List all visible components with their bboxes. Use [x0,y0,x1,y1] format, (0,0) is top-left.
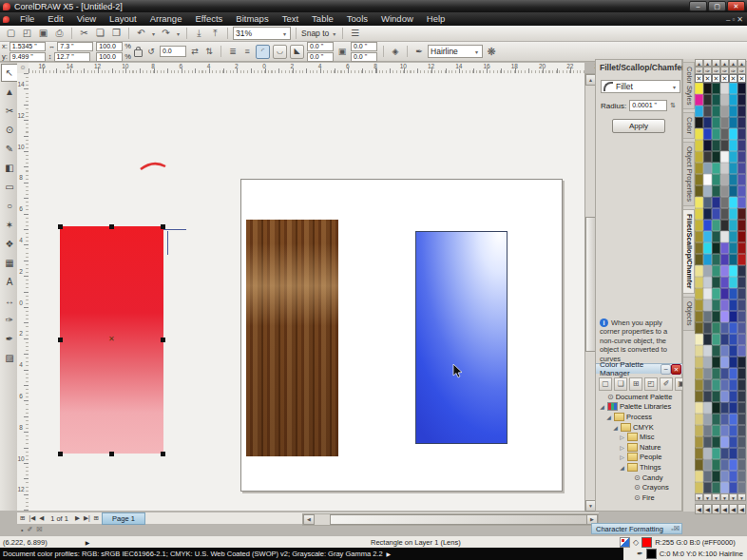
color-swatch[interactable] [695,322,703,334]
guideline-vertical[interactable] [167,231,168,255]
palette-scroll-down-icon[interactable]: ▼ [712,493,720,501]
color-swatch[interactable] [695,402,703,414]
outline-width-select[interactable]: Hairline ▾ [428,45,483,58]
text-tool-icon[interactable]: A [1,273,18,291]
menu-item-view[interactable]: View [70,12,103,26]
color-swatch[interactable] [720,299,729,311]
import-icon[interactable]: ⤓ [192,27,206,40]
corner-style-select[interactable]: Fillet ▾ [601,80,680,93]
palette-scroll-down-icon[interactable]: ▼ [729,493,737,501]
color-swatch[interactable] [720,391,729,402]
color-swatch[interactable] [720,140,729,151]
selection-handle[interactable] [58,338,63,342]
color-swatch[interactable] [703,471,712,482]
color-swatch[interactable] [737,391,746,402]
tree-item-things[interactable]: ◢Things [599,462,680,473]
crop-tool-icon[interactable]: ✂ [1,102,18,120]
menu-item-help[interactable]: Help [420,12,452,26]
color-swatch[interactable] [737,231,746,242]
color-swatch[interactable] [737,414,746,425]
color-swatch[interactable] [729,151,737,163]
color-swatch[interactable] [695,345,703,357]
color-swatch[interactable] [737,322,746,334]
color-swatch[interactable] [729,357,737,368]
color-swatch[interactable] [695,459,703,471]
tree-item-fire[interactable]: ⊙Fire [599,492,680,503]
menu-item-bitmaps[interactable]: Bitmaps [229,12,275,26]
palette-flyout-icon[interactable]: ◀ [720,504,729,514]
color-swatch[interactable] [695,197,703,208]
color-swatch[interactable] [695,482,703,493]
color-swatch[interactable] [737,299,746,311]
color-swatch[interactable] [737,482,746,493]
color-swatch[interactable] [712,83,720,94]
color-swatch[interactable] [695,231,703,242]
color-swatch[interactable] [737,345,746,357]
color-swatch[interactable] [703,197,712,208]
color-swatch[interactable] [737,151,746,163]
dimension-tool-icon[interactable]: ↔ [1,292,18,310]
color-swatch[interactable] [729,334,737,345]
color-swatch[interactable] [712,322,720,334]
minimize-button[interactable]: – [689,1,707,11]
tree-caret-icon[interactable]: ◢ [612,424,619,431]
tree-caret-icon[interactable]: ▷ [619,444,625,451]
color-swatch[interactable] [729,299,737,311]
interactive-fill-tool-icon[interactable]: ▨ [1,349,18,367]
docker-tab-color-styles[interactable]: Color Styles [683,62,695,109]
color-swatch[interactable] [737,128,746,140]
object-width-field[interactable]: 7.3 " [57,42,93,51]
color-swatch[interactable] [712,368,720,379]
x-position-field[interactable]: 1.5345 " [10,42,46,51]
corner-radius-tr-field[interactable]: 0.0 " [351,42,377,51]
color-swatch[interactable] [720,117,729,128]
no-color-swatch[interactable]: ✕ [703,74,712,83]
color-swatch[interactable] [737,185,746,197]
color-swatch[interactable] [695,254,703,265]
alignment-icon[interactable]: ≡ [241,47,253,56]
color-swatch[interactable] [729,277,737,288]
settings-wheel-icon[interactable]: ❋ [486,46,497,58]
tree-caret-icon[interactable]: ▷ [619,434,625,440]
color-swatch[interactable] [695,265,703,277]
color-swatch[interactable] [712,185,720,197]
ellipse-tool-icon[interactable]: ○ [1,197,18,215]
next-page-icon[interactable]: ▶ [74,514,81,522]
color-swatch[interactable] [720,265,729,277]
color-swatch[interactable] [703,482,712,493]
color-swatch[interactable] [712,345,720,357]
color-swatch[interactable] [737,174,746,185]
color-swatch[interactable] [729,231,737,242]
color-swatch[interactable] [703,265,712,277]
selection-center-mark[interactable]: ✕ [108,335,115,343]
tree-item-misc[interactable]: ▷Misc [599,432,680,442]
color-swatch[interactable] [712,117,720,128]
color-swatch[interactable] [729,311,737,322]
color-swatch[interactable] [737,106,746,117]
new-document-icon[interactable]: ▢ [4,27,18,40]
color-swatch[interactable] [712,482,720,493]
menu-item-tools[interactable]: Tools [340,12,374,26]
color-swatch[interactable] [695,425,703,436]
color-swatch[interactable] [712,277,720,288]
color-swatch[interactable] [729,163,737,174]
palette-flyout-icon[interactable]: ◀ [737,504,746,514]
selection-handle[interactable] [161,452,165,456]
basic-shapes-tool-icon[interactable]: ❖ [1,235,18,253]
rectangle-tool-icon[interactable]: ▭ [1,178,18,196]
restore-button[interactable]: ▢ [708,1,726,11]
color-swatch[interactable] [737,288,746,299]
pick-tool-icon[interactable]: ↖ [1,64,18,82]
scroll-left-icon[interactable]: ◀ [303,514,315,525]
palette-eyedropper-icon[interactable]: ✑ [720,67,729,74]
color-swatch[interactable] [737,242,746,254]
color-swatch[interactable] [729,208,737,220]
color-swatch[interactable] [720,459,729,471]
color-swatch[interactable] [703,334,712,345]
color-swatch[interactable] [729,448,737,459]
color-swatch[interactable] [729,345,737,357]
palette-flyout-icon[interactable]: ◀ [695,504,703,514]
color-swatch[interactable] [729,83,737,94]
color-swatch[interactable] [695,357,703,368]
color-swatch[interactable] [712,436,720,448]
